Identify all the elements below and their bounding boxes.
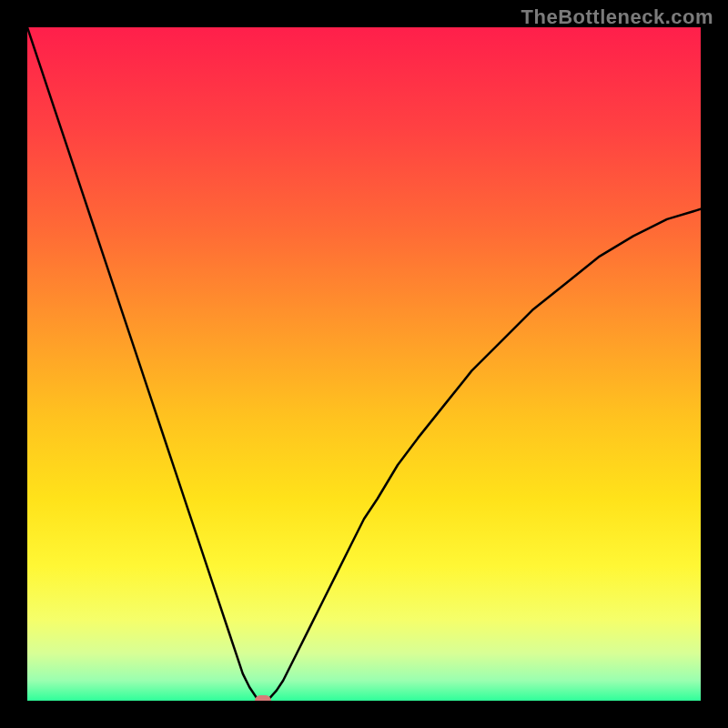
minimum-marker xyxy=(255,695,271,701)
plot-area xyxy=(27,27,701,701)
bottleneck-curve xyxy=(27,27,701,701)
chart-frame: TheBottleneck.com xyxy=(0,0,728,728)
watermark-text: TheBottleneck.com xyxy=(521,5,713,29)
